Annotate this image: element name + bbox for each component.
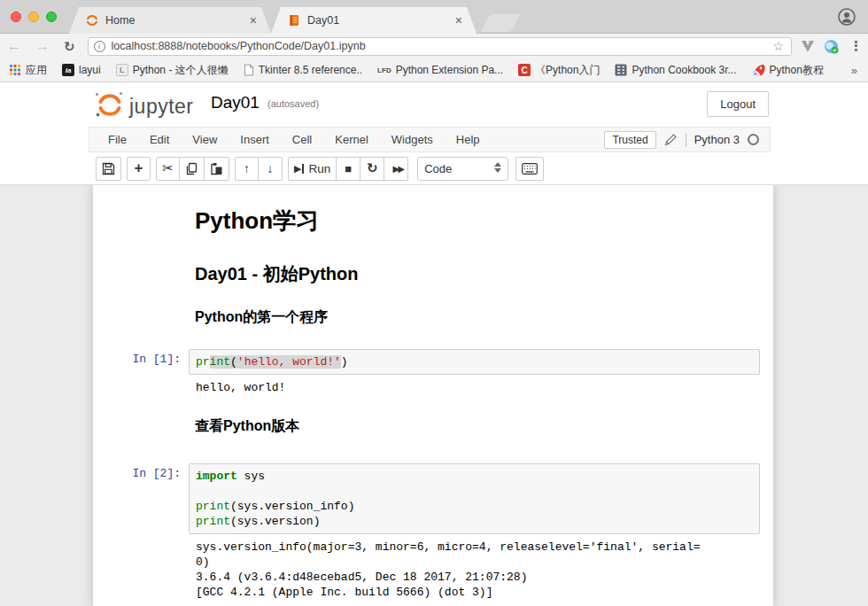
menu-widgets[interactable]: Widgets (380, 133, 445, 146)
close-window-button[interactable] (11, 12, 21, 22)
kernel-name-label: Python 3 (694, 133, 740, 146)
stdout-line: [GCC 4.2.1 (Apple Inc. build 5666) (dot … (196, 585, 760, 600)
back-button[interactable]: ← (0, 39, 28, 53)
markdown-heading3-version[interactable]: 查看Python版本 (195, 417, 742, 436)
url-text[interactable]: localhost:8888/notebooks/PythonCode/Day0… (112, 40, 771, 52)
stdout-line: 3.6.4 (v3.6.4:d48ecebad5, Dec 18 2017, 2… (196, 570, 760, 585)
minimize-window-button[interactable] (28, 12, 39, 22)
menu-cell[interactable]: Cell (281, 133, 323, 146)
run-cell-button[interactable]: ▶ Run (288, 157, 337, 181)
logout-button[interactable]: Logout (707, 91, 769, 117)
stdout-line: 0) (196, 555, 760, 570)
apps-grid-icon (9, 64, 21, 76)
site-info-icon[interactable]: i (94, 41, 105, 52)
idm-extension-icon[interactable] (801, 40, 815, 52)
profile-avatar-icon[interactable] (838, 8, 856, 26)
menu-insert[interactable]: Insert (229, 133, 281, 146)
bookmark-tkinter[interactable]: Tkinter 8.5 reference.. (244, 64, 362, 76)
menu-help[interactable]: Help (445, 133, 492, 146)
trusted-button[interactable]: Trusted (604, 131, 655, 149)
paste-cell-button[interactable] (205, 157, 229, 181)
code-cell-2[interactable]: In [2]: import sys print(sys.version_inf… (105, 460, 760, 534)
menu-kernel[interactable]: Kernel (323, 133, 380, 146)
bookmark-star-icon[interactable]: ☆ (771, 39, 786, 53)
jupyter-logo[interactable]: jupyter (94, 89, 194, 120)
bookmarks-overflow-icon[interactable]: » (851, 64, 859, 77)
jupyter-ring-icon (85, 13, 99, 27)
bookmark-cookbook[interactable]: Python Cookbook 3r... (615, 64, 736, 76)
markdown-heading1[interactable]: Python学习 (195, 206, 742, 237)
cell-type-value: Code (424, 162, 452, 175)
chrome-menu-icon[interactable]: ⋮ (848, 38, 868, 54)
move-cell-up-button[interactable]: ↑ (235, 157, 259, 181)
save-button[interactable] (96, 157, 121, 181)
cut-cell-button[interactable]: ✂ (156, 157, 180, 181)
run-icon: ▶ (294, 163, 301, 175)
autosave-status: (autosaved) (267, 98, 319, 109)
menu-file[interactable]: File (97, 133, 138, 146)
copy-icon (185, 162, 198, 175)
letter-c-favicon: C (518, 64, 531, 76)
bookmark-python-tutorial[interactable]: Python教程 (752, 63, 824, 78)
input-prompt: In [2]: (105, 460, 189, 534)
address-bar-row: ← → ↻ i localhost:8888/notebooks/PythonC… (0, 34, 868, 58)
command-palette-button[interactable] (515, 157, 544, 181)
bookmark-python-lazy[interactable]: L Python - 这个人很懒 (116, 63, 229, 78)
tab-strip: Home × Day01 × (0, 0, 868, 34)
url-input[interactable]: i localhost:8888/notebooks/PythonCode/Da… (88, 37, 792, 56)
interrupt-kernel-button[interactable]: ■ (337, 157, 360, 181)
floppy-icon (102, 162, 115, 175)
code-cell-1[interactable]: In [1]: print('hello, world!') (105, 346, 760, 375)
input-prompt: In [1]: (105, 346, 189, 375)
menu-edit[interactable]: Edit (138, 133, 181, 146)
jupyter-logo-icon (94, 89, 126, 120)
tab-home-close-icon[interactable]: × (248, 13, 259, 27)
run-icon-bar (302, 164, 304, 174)
page-favicon (244, 64, 254, 76)
copy-cell-button[interactable] (180, 157, 205, 181)
code-input-1[interactable]: print('hello, world!') (189, 349, 760, 375)
markdown-heading2[interactable]: Day01 - 初始Python (195, 262, 742, 286)
stdout-text: hello, world! (196, 380, 760, 395)
bookmark-layui[interactable]: la layui (62, 64, 101, 76)
bookmarks-bar: 应用 la layui L Python - 这个人很懒 Tkinter 8.5… (0, 58, 868, 82)
notebook-toolbar: + ✂ ↑ ↓ ▶ (89, 152, 771, 184)
bookmark-label: Python Cookbook 3r... (632, 64, 736, 76)
restart-run-all-button[interactable]: ▶▶ (384, 157, 408, 181)
bookmark-label: layui (79, 64, 101, 76)
tab-day01-close-icon[interactable]: × (453, 13, 464, 27)
tab-home[interactable]: Home × (69, 7, 271, 34)
markdown-heading3-first-program[interactable]: Python的第一个程序 (195, 308, 742, 327)
globe-extension-icon[interactable] (824, 39, 839, 54)
letter-l-favicon: L (116, 64, 128, 76)
new-tab-button[interactable] (481, 14, 521, 32)
layui-favicon: la (62, 64, 74, 76)
forward-button[interactable]: → (28, 39, 57, 53)
output-area-2: sys.version_info(major=3, minor=6, micro… (105, 534, 760, 600)
move-cell-down-button[interactable]: ↓ (259, 157, 283, 181)
bookmark-python-intro[interactable]: C 《Python入门 (518, 63, 600, 78)
reload-button[interactable]: ↻ (57, 40, 82, 53)
notebook-scroll-area[interactable]: Python学习 Day01 - 初始Python Python的第一个程序 I… (0, 184, 868, 606)
dropdown-caret-icon (494, 162, 501, 173)
tab-day01-label: Day01 (307, 14, 453, 27)
orange-notebook-icon (287, 13, 301, 27)
add-cell-button[interactable]: + (127, 157, 151, 181)
window-controls (11, 12, 57, 22)
bookmark-label: Tkinter 8.5 reference.. (259, 64, 362, 76)
rocket-favicon (752, 64, 765, 77)
jupyter-header: jupyter Day01 (autosaved) Logout (0, 82, 868, 127)
notebook-title[interactable]: Day01 (211, 93, 260, 113)
edit-pencil-icon (664, 133, 678, 146)
menu-view[interactable]: View (181, 133, 229, 146)
zoom-window-button[interactable] (46, 12, 57, 22)
bookmark-python-extension[interactable]: LFD Python Extension Pa... (377, 64, 503, 76)
bookmark-apps[interactable]: 应用 (9, 63, 47, 78)
code-input-2[interactable]: import sys print(sys.version_info)print(… (189, 463, 760, 534)
restart-kernel-button[interactable]: ↻ (360, 157, 384, 181)
tab-day01[interactable]: Day01 × (271, 7, 477, 34)
cell-type-dropdown[interactable]: Code (417, 157, 508, 181)
bookmark-label: 应用 (26, 63, 47, 78)
menubar-right: Trusted Python 3 (604, 131, 763, 149)
jupyter-wordmark: jupyter (129, 94, 194, 120)
